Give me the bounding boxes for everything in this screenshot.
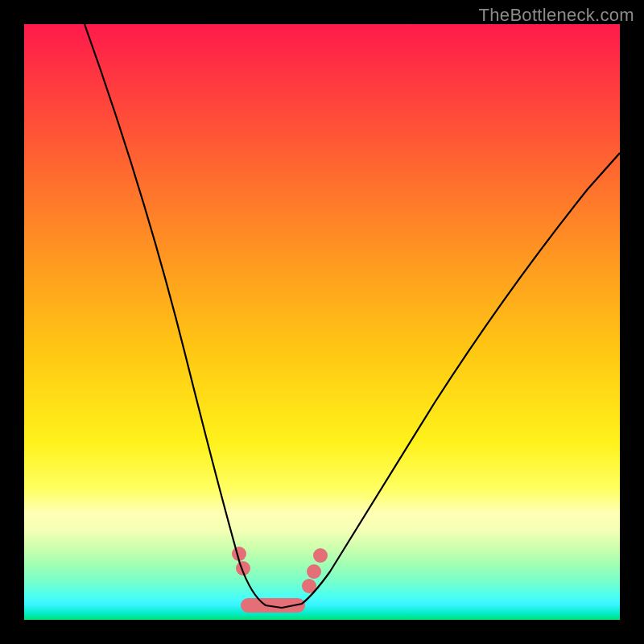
bead-right-mid — [307, 564, 321, 579]
curve-right-branch — [282, 153, 620, 608]
watermark-text: TheBottleneck.com — [479, 5, 634, 26]
curve-overlay — [24, 24, 620, 620]
curve-left-branch — [85, 24, 282, 608]
bead-right-top — [313, 548, 328, 563]
gradient-plot-area — [24, 24, 620, 620]
bead-cluster — [232, 547, 328, 605]
outer-frame: TheBottleneck.com — [0, 0, 644, 644]
